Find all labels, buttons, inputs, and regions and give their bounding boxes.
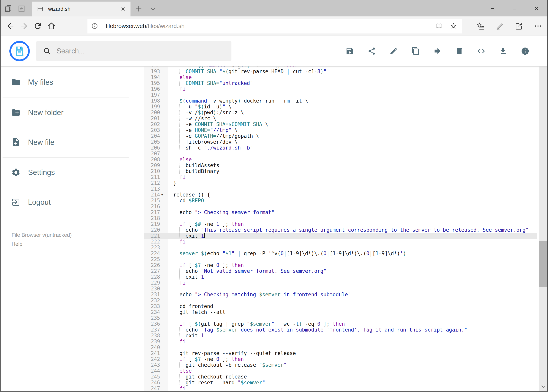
- sidebar-item-settings[interactable]: Settings: [0, 163, 144, 182]
- code-line[interactable]: 196 fi: [144, 86, 539, 92]
- code-line[interactable]: 202 -e COMMIT_SHA=$COMMIT_SHA \: [144, 121, 539, 127]
- code-line[interactable]: 233 cd frontend: [144, 303, 539, 309]
- code-line[interactable]: 245 git checkout release: [144, 374, 539, 380]
- save-button[interactable]: [346, 47, 354, 55]
- info-button[interactable]: [521, 47, 529, 55]
- code-line[interactable]: 204 -e GOPATH=//tmp/gopath \: [144, 133, 539, 139]
- code-line[interactable]: 232: [144, 297, 539, 303]
- code-line[interactable]: 224 semver=$(echo "$1" | grep -P '^v(0|[…: [144, 251, 539, 256]
- code-line[interactable]: 238 exit 1: [144, 333, 539, 339]
- code-line[interactable]: 237 echo "Tag $semver does not exist in …: [144, 327, 539, 333]
- address-bar[interactable]: filebrowser.web /files/wizard.sh: [87, 19, 462, 34]
- reading-view-icon[interactable]: [435, 22, 443, 30]
- code-line[interactable]: 194 else: [144, 74, 539, 80]
- code-line[interactable]: 241 git rev-parse --verify --quiet relea…: [144, 350, 539, 356]
- tab-preview-chevron-icon[interactable]: [149, 5, 157, 13]
- copy-button[interactable]: [411, 47, 420, 55]
- code-line[interactable]: 246 git reset --hard "$semver": [144, 380, 539, 385]
- browser-menu-icon[interactable]: [534, 21, 542, 30]
- forward-icon[interactable]: [20, 21, 28, 30]
- download-button[interactable]: [499, 47, 507, 55]
- code-line[interactable]: 227 echo "Not valid semver format. See s…: [144, 268, 539, 274]
- share-icon[interactable]: [514, 21, 523, 30]
- code-line[interactable]: 230: [144, 286, 539, 292]
- filebrowser-logo-icon[interactable]: [9, 41, 30, 61]
- code-line[interactable]: 229 fi: [144, 280, 539, 286]
- browser-tab[interactable]: wizard.sh: [32, 1, 131, 16]
- code-line[interactable]: 228 exit 1: [144, 274, 539, 280]
- code-line[interactable]: 198 $(command -v winpty) docker run --rm…: [144, 98, 539, 104]
- code-line[interactable]: 200 -v /$(pwd):/src:z \: [144, 110, 539, 115]
- code-line[interactable]: 221 exit 1: [144, 233, 539, 239]
- tab-preview-icon[interactable]: [4, 4, 13, 13]
- code-text: sh -c "./wizard.sh -b": [144, 145, 539, 151]
- code-line[interactable]: 226 if [ $? -ne 0 ]; then: [144, 262, 539, 268]
- code-line[interactable]: 244 else: [144, 368, 539, 374]
- code-line[interactable]: 234 git fetch --all: [144, 309, 539, 315]
- code-button[interactable]: [477, 47, 486, 55]
- code-line[interactable]: 207: [144, 151, 539, 157]
- code-line[interactable]: 217 echo "> Checking semver format": [144, 210, 539, 215]
- hub-favorites-icon[interactable]: [476, 21, 485, 30]
- home-icon[interactable]: [47, 21, 56, 30]
- move-button[interactable]: [433, 47, 442, 55]
- annotate-pen-icon[interactable]: [495, 21, 504, 30]
- code-editor[interactable]: 192 if [ "$(command -v git)" != "" ]; th…: [144, 67, 539, 392]
- code-line[interactable]: 213: [144, 186, 539, 192]
- code-line[interactable]: 242 if [ $? -ne 0 ]; then: [144, 356, 539, 362]
- help-link[interactable]: Help: [12, 239, 72, 249]
- sidebar-item-new-folder[interactable]: New folder: [0, 103, 144, 122]
- sidebar-item-new-file[interactable]: New file: [0, 133, 144, 152]
- page-scrollbar[interactable]: [539, 36, 548, 392]
- code-line[interactable]: 203 -e HOME="//tmp" \: [144, 127, 539, 133]
- code-line[interactable]: 223: [144, 245, 539, 251]
- code-line[interactable]: 215 cd $REPO: [144, 198, 539, 203]
- code-line[interactable]: 214▾release () {: [144, 192, 539, 198]
- code-line[interactable]: 239 fi: [144, 339, 539, 344]
- site-info-icon[interactable]: [91, 22, 98, 30]
- close-window-button[interactable]: [526, 0, 548, 16]
- code-line[interactable]: 210 buildBinary: [144, 168, 539, 174]
- code-line[interactable]: 195 COMMIT_SHA="untracked": [144, 80, 539, 86]
- code-line[interactable]: 197: [144, 92, 539, 98]
- code-line[interactable]: 201 -w //src \: [144, 115, 539, 121]
- code-line[interactable]: 209 buildAssets: [144, 162, 539, 168]
- code-line[interactable]: 199 -u "$(id -u)" \: [144, 104, 539, 110]
- code-line[interactable]: 206 sh -c "./wizard.sh -b": [144, 145, 539, 151]
- code-line[interactable]: 222 fi: [144, 239, 539, 245]
- favorite-star-icon[interactable]: [450, 22, 458, 30]
- code-line[interactable]: 193 COMMIT_SHA="$(git rev-parse HEAD | c…: [144, 69, 539, 74]
- code-line[interactable]: 208 else: [144, 157, 539, 162]
- scroll-down-icon[interactable]: [539, 382, 548, 391]
- scrollbar-thumb[interactable]: [539, 241, 548, 287]
- code-line[interactable]: 240: [144, 344, 539, 350]
- refresh-icon[interactable]: [33, 21, 42, 30]
- set-tabs-aside-icon[interactable]: [17, 4, 26, 13]
- search-box[interactable]: [36, 41, 231, 61]
- code-line[interactable]: 225: [144, 256, 539, 262]
- code-line[interactable]: 216: [144, 203, 539, 210]
- maximize-button[interactable]: [504, 0, 526, 16]
- code-line[interactable]: 235: [144, 315, 539, 321]
- code-line[interactable]: 219 if [ $# -ne 1 ]; then: [144, 221, 539, 227]
- code-line[interactable]: 205 filebrowser/dev \: [144, 139, 539, 145]
- search-input[interactable]: [56, 47, 231, 55]
- sidebar-item-my-files[interactable]: My files: [0, 72, 144, 92]
- code-line[interactable]: 231 echo "> Checking matching $semver in…: [144, 292, 539, 297]
- code-line[interactable]: 243 git checkout -b release "$semver": [144, 362, 539, 368]
- code-line[interactable]: 218: [144, 215, 539, 221]
- code-line[interactable]: 247 fi: [144, 385, 539, 392]
- code-line[interactable]: 220 echo "This release script requires a…: [144, 227, 539, 233]
- code-line[interactable]: 236 if [ $(git tag | grep "$semver" | wc…: [144, 321, 539, 327]
- minimize-button[interactable]: [482, 0, 504, 16]
- new-tab-icon[interactable]: [134, 4, 143, 13]
- code-line[interactable]: 192 if [ "$(command -v git)" != "" ]; th…: [144, 67, 539, 69]
- share-button[interactable]: [368, 47, 376, 55]
- code-line[interactable]: 212}: [144, 180, 539, 186]
- edit-button[interactable]: [389, 47, 398, 55]
- back-icon[interactable]: [6, 21, 15, 30]
- code-line[interactable]: 211 fi: [144, 174, 539, 180]
- sidebar-item-logout[interactable]: Logout: [0, 192, 144, 212]
- delete-button[interactable]: [455, 47, 464, 55]
- tab-close-icon[interactable]: [119, 5, 127, 13]
